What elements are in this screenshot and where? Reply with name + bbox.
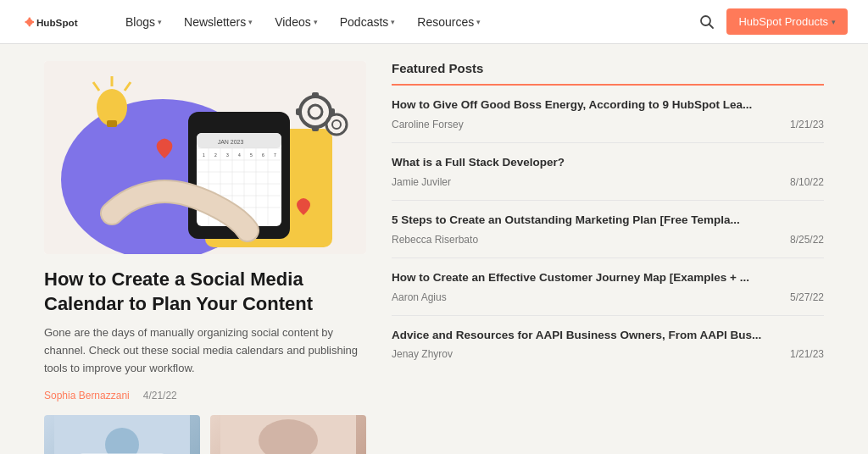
featured-post-date: 5/27/22 [790,291,824,303]
svg-rect-1 [28,17,31,20]
preview-thumb-1[interactable] [44,415,200,454]
svg-text:4: 4 [238,152,241,158]
featured-post-meta: Caroline Forsey1/21/23 [392,119,824,130]
featured-post-title[interactable]: 5 Steps to Create an Outstanding Marketi… [392,213,824,229]
featured-post-item: What is a Full Stack Developer?Jamie Juv… [392,143,824,201]
nav-cta-label: HubSpot Products [738,15,828,28]
nav-resources-label: Resources [417,15,474,29]
featured-post-item: Advice and Resources for AAPI Business O… [392,316,824,373]
hubspot-products-button[interactable]: HubSpot Products ▾ [726,8,848,35]
newsletters-chevron-icon: ▾ [248,18,253,26]
nav-blogs-label: Blogs [125,15,155,29]
svg-rect-3 [25,20,28,23]
videos-chevron-icon: ▾ [314,18,318,26]
hero-image[interactable]: JAN 2023 1 2 3 4 5 [44,61,366,254]
svg-text:2: 2 [214,152,217,158]
featured-post-author: Aaron Agius [392,291,447,303]
svg-text:HubSpot: HubSpot [36,16,78,27]
nav-newsletters[interactable]: Newsletters ▾ [175,10,261,34]
hero-column: JAN 2023 1 2 3 4 5 [44,61,366,454]
featured-post-title[interactable]: What is a Full Stack Developer? [392,155,824,171]
featured-post-title[interactable]: Advice and Resources for AAPI Business O… [392,328,824,344]
svg-text:5: 5 [250,152,253,158]
featured-post-date: 1/21/23 [790,119,824,130]
featured-post-meta: Jamie Juviler8/10/22 [392,176,824,188]
svg-text:JAN 2023: JAN 2023 [218,139,244,145]
search-button[interactable] [693,8,721,36]
featured-post-meta: Rebecca Riserbato8/25/22 [392,234,824,246]
featured-posts-list: How to Give Off Good Boss Energy, Accord… [392,86,824,372]
svg-line-7 [709,24,714,28]
featured-post-meta: Jenay Zhyrov1/21/23 [392,348,824,360]
featured-post-title[interactable]: How to Create an Effective Customer Jour… [392,270,824,286]
svg-text:6: 6 [262,152,264,158]
svg-text:1: 1 [203,152,205,158]
featured-post-title[interactable]: How to Give Off Good Boss Energy, Accord… [392,97,824,114]
svg-rect-46 [329,108,335,115]
hero-meta: Sophia Bernazzani 4/21/22 [44,390,366,401]
nav-newsletters-label: Newsletters [184,15,246,29]
featured-post-author: Rebecca Riserbato [392,234,478,246]
featured-post-author: Jamie Juviler [392,176,451,188]
featured-post-item: How to Create an Effective Customer Jour… [392,258,824,316]
featured-post-author: Caroline Forsey [392,119,464,130]
nav-blogs[interactable]: Blogs ▾ [117,10,170,34]
featured-post-date: 8/25/22 [790,234,824,246]
svg-rect-35 [107,120,117,127]
nav-podcasts[interactable]: Podcasts ▾ [331,10,404,34]
svg-text:3: 3 [226,152,229,158]
featured-post-item: 5 Steps to Create an Outstanding Marketi… [392,201,824,258]
svg-rect-4 [31,20,35,23]
hero-date: 4/21/22 [143,390,177,401]
navigation: HubSpot Blogs ▾ Newsletters ▾ Videos ▾ P… [0,0,868,44]
nav-videos-label: Videos [275,15,311,29]
featured-post-date: 8/10/22 [790,176,824,188]
blogs-chevron-icon: ▾ [158,18,162,26]
featured-post-item: How to Give Off Good Boss Energy, Accord… [392,86,824,143]
main-content: JAN 2023 1 2 3 4 5 [27,44,841,454]
svg-rect-44 [312,125,319,131]
podcasts-chevron-icon: ▾ [391,18,395,26]
cta-chevron-icon: ▾ [832,18,836,26]
featured-post-date: 1/21/23 [790,348,824,360]
nav-videos[interactable]: Videos ▾ [266,10,326,34]
svg-rect-2 [28,23,31,26]
hero-author[interactable]: Sophia Bernazzani [44,390,130,401]
featured-post-author: Jenay Zhyrov [392,348,453,360]
preview-thumb-2[interactable] [210,415,366,454]
bottom-previews [44,415,366,454]
featured-posts-heading: Featured Posts [392,61,824,86]
nav-podcasts-label: Podcasts [340,15,389,29]
hubspot-logo[interactable]: HubSpot [20,9,97,35]
hero-excerpt: Gone are the days of manually organizing… [44,324,366,377]
nav-resources[interactable]: Resources ▾ [409,10,489,34]
hero-title[interactable]: How to Create a Social Media Calendar to… [44,268,366,316]
svg-text:7: 7 [274,152,276,158]
resources-chevron-icon: ▾ [476,18,481,26]
featured-post-meta: Aaron Agius5/27/22 [392,291,824,303]
featured-posts-column: Featured Posts How to Give Off Good Boss… [392,61,824,454]
svg-rect-45 [296,108,302,115]
svg-rect-43 [312,92,319,98]
